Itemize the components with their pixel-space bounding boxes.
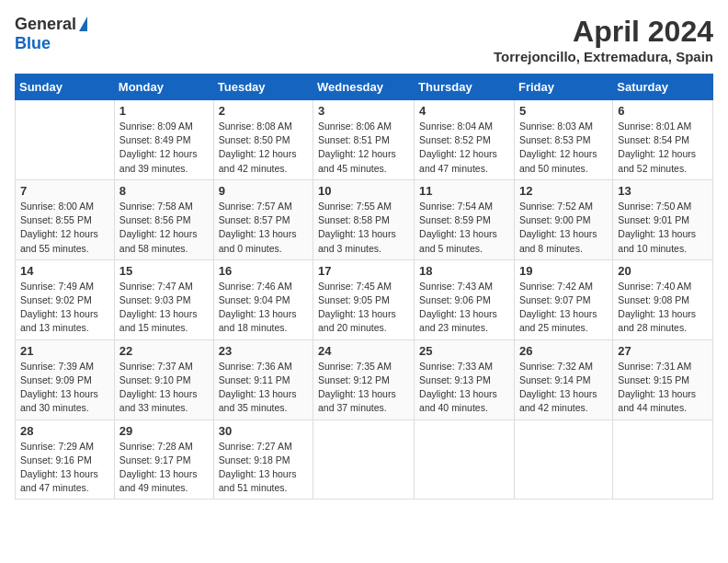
location-title: Torrejoncillo, Extremadura, Spain	[494, 49, 713, 64]
day-info: Sunrise: 7:50 AMSunset: 9:01 PMDaylight:…	[618, 200, 708, 256]
day-header-monday: Monday	[114, 75, 213, 100]
calendar-cell-w0d6: 6Sunrise: 8:01 AMSunset: 8:54 PMDaylight…	[613, 100, 713, 180]
day-number: 25	[419, 344, 509, 358]
calendar-week-row-4: 28Sunrise: 7:29 AMSunset: 9:16 PMDayligh…	[16, 419, 713, 500]
month-title: April 2024	[494, 15, 713, 49]
day-info: Sunrise: 8:01 AMSunset: 8:54 PMDaylight:…	[618, 120, 708, 176]
day-number: 11	[419, 184, 509, 198]
calendar-cell-w0d0	[16, 100, 115, 180]
calendar-cell-w1d4: 11Sunrise: 7:54 AMSunset: 8:59 PMDayligh…	[415, 179, 515, 259]
day-number: 2	[219, 104, 308, 118]
calendar-cell-w1d0: 7Sunrise: 8:00 AMSunset: 8:55 PMDaylight…	[16, 179, 115, 259]
day-header-saturday: Saturday	[613, 75, 713, 100]
day-info: Sunrise: 7:47 AMSunset: 9:03 PMDaylight:…	[119, 280, 209, 336]
day-info: Sunrise: 8:08 AMSunset: 8:50 PMDaylight:…	[219, 120, 308, 176]
calendar-cell-w0d5: 5Sunrise: 8:03 AMSunset: 8:53 PMDaylight…	[514, 100, 612, 180]
day-number: 21	[20, 344, 109, 358]
day-info: Sunrise: 7:29 AMSunset: 9:16 PMDaylight:…	[20, 440, 109, 496]
logo-general-text: General	[15, 15, 76, 34]
calendar-cell-w4d3	[313, 419, 415, 500]
day-number: 4	[419, 104, 509, 118]
day-header-sunday: Sunday	[16, 75, 115, 100]
day-number: 18	[419, 264, 509, 278]
calendar-week-row-3: 21Sunrise: 7:39 AMSunset: 9:09 PMDayligh…	[16, 339, 713, 419]
day-header-thursday: Thursday	[415, 75, 515, 100]
calendar-cell-w3d5: 26Sunrise: 7:32 AMSunset: 9:14 PMDayligh…	[514, 339, 612, 419]
day-info: Sunrise: 7:31 AMSunset: 9:15 PMDaylight:…	[618, 360, 708, 416]
day-number: 26	[519, 344, 608, 358]
day-number: 12	[519, 184, 608, 198]
day-info: Sunrise: 7:49 AMSunset: 9:02 PMDaylight:…	[20, 280, 109, 336]
day-info: Sunrise: 7:37 AMSunset: 9:10 PMDaylight:…	[119, 360, 209, 416]
day-info: Sunrise: 7:54 AMSunset: 8:59 PMDaylight:…	[419, 200, 509, 256]
day-info: Sunrise: 7:42 AMSunset: 9:07 PMDaylight:…	[519, 280, 608, 336]
day-number: 29	[119, 424, 209, 438]
day-info: Sunrise: 7:46 AMSunset: 9:04 PMDaylight:…	[219, 280, 308, 336]
logo: General Blue	[15, 15, 87, 53]
day-info: Sunrise: 7:45 AMSunset: 9:05 PMDaylight:…	[318, 280, 409, 336]
day-number: 27	[618, 344, 708, 358]
calendar-cell-w3d6: 27Sunrise: 7:31 AMSunset: 9:15 PMDayligh…	[613, 339, 713, 419]
day-info: Sunrise: 7:40 AMSunset: 9:08 PMDaylight:…	[618, 280, 708, 336]
day-number: 7	[20, 184, 109, 198]
calendar-cell-w4d4	[415, 419, 515, 500]
day-header-friday: Friday	[514, 75, 612, 100]
day-header-wednesday: Wednesday	[313, 75, 415, 100]
day-number: 30	[219, 424, 308, 438]
calendar-cell-w4d1: 29Sunrise: 7:28 AMSunset: 9:17 PMDayligh…	[114, 419, 213, 500]
day-info: Sunrise: 8:03 AMSunset: 8:53 PMDaylight:…	[519, 120, 608, 176]
day-number: 17	[318, 264, 409, 278]
day-number: 5	[519, 104, 608, 118]
calendar-cell-w4d5	[514, 419, 612, 500]
calendar-table: SundayMondayTuesdayWednesdayThursdayFrid…	[15, 74, 713, 500]
calendar-header-row: SundayMondayTuesdayWednesdayThursdayFrid…	[16, 75, 713, 100]
day-info: Sunrise: 7:43 AMSunset: 9:06 PMDaylight:…	[419, 280, 509, 336]
day-number: 3	[318, 104, 409, 118]
day-info: Sunrise: 8:09 AMSunset: 8:49 PMDaylight:…	[119, 120, 209, 176]
calendar-cell-w0d1: 1Sunrise: 8:09 AMSunset: 8:49 PMDaylight…	[114, 100, 213, 180]
day-info: Sunrise: 7:32 AMSunset: 9:14 PMDaylight:…	[519, 360, 608, 416]
day-info: Sunrise: 7:57 AMSunset: 8:57 PMDaylight:…	[219, 200, 308, 256]
calendar-cell-w2d0: 14Sunrise: 7:49 AMSunset: 9:02 PMDayligh…	[16, 259, 115, 339]
day-number: 8	[119, 184, 209, 198]
calendar-cell-w3d2: 23Sunrise: 7:36 AMSunset: 9:11 PMDayligh…	[213, 339, 313, 419]
calendar-week-row-1: 7Sunrise: 8:00 AMSunset: 8:55 PMDaylight…	[16, 179, 713, 259]
day-number: 16	[219, 264, 308, 278]
calendar-cell-w1d5: 12Sunrise: 7:52 AMSunset: 9:00 PMDayligh…	[514, 179, 612, 259]
title-area: April 2024 Torrejoncillo, Extremadura, S…	[494, 15, 713, 64]
day-header-tuesday: Tuesday	[213, 75, 313, 100]
calendar-cell-w2d5: 19Sunrise: 7:42 AMSunset: 9:07 PMDayligh…	[514, 259, 612, 339]
day-info: Sunrise: 8:04 AMSunset: 8:52 PMDaylight:…	[419, 120, 509, 176]
logo-blue-text: Blue	[15, 34, 51, 53]
day-info: Sunrise: 7:33 AMSunset: 9:13 PMDaylight:…	[419, 360, 509, 416]
day-info: Sunrise: 8:06 AMSunset: 8:51 PMDaylight:…	[318, 120, 409, 176]
calendar-cell-w3d0: 21Sunrise: 7:39 AMSunset: 9:09 PMDayligh…	[16, 339, 115, 419]
day-number: 10	[318, 184, 409, 198]
day-number: 6	[618, 104, 708, 118]
day-number: 19	[519, 264, 608, 278]
day-number: 24	[318, 344, 409, 358]
day-number: 23	[219, 344, 308, 358]
day-info: Sunrise: 7:27 AMSunset: 9:18 PMDaylight:…	[219, 440, 308, 496]
calendar-week-row-2: 14Sunrise: 7:49 AMSunset: 9:02 PMDayligh…	[16, 259, 713, 339]
day-number: 20	[618, 264, 708, 278]
calendar-cell-w0d2: 2Sunrise: 8:08 AMSunset: 8:50 PMDaylight…	[213, 100, 313, 180]
calendar-week-row-0: 1Sunrise: 8:09 AMSunset: 8:49 PMDaylight…	[16, 100, 713, 180]
calendar-cell-w0d4: 4Sunrise: 8:04 AMSunset: 8:52 PMDaylight…	[415, 100, 515, 180]
calendar-cell-w3d1: 22Sunrise: 7:37 AMSunset: 9:10 PMDayligh…	[114, 339, 213, 419]
calendar-cell-w4d0: 28Sunrise: 7:29 AMSunset: 9:16 PMDayligh…	[16, 419, 115, 500]
logo-triangle-icon	[79, 17, 87, 31]
calendar-cell-w1d3: 10Sunrise: 7:55 AMSunset: 8:58 PMDayligh…	[313, 179, 415, 259]
calendar-cell-w2d6: 20Sunrise: 7:40 AMSunset: 9:08 PMDayligh…	[613, 259, 713, 339]
calendar-cell-w4d2: 30Sunrise: 7:27 AMSunset: 9:18 PMDayligh…	[213, 419, 313, 500]
day-info: Sunrise: 7:39 AMSunset: 9:09 PMDaylight:…	[20, 360, 109, 416]
calendar-cell-w2d4: 18Sunrise: 7:43 AMSunset: 9:06 PMDayligh…	[415, 259, 515, 339]
day-number: 22	[119, 344, 209, 358]
calendar-cell-w1d6: 13Sunrise: 7:50 AMSunset: 9:01 PMDayligh…	[613, 179, 713, 259]
calendar-cell-w2d1: 15Sunrise: 7:47 AMSunset: 9:03 PMDayligh…	[114, 259, 213, 339]
header: General Blue April 2024 Torrejoncillo, E…	[15, 15, 713, 64]
day-info: Sunrise: 7:35 AMSunset: 9:12 PMDaylight:…	[318, 360, 409, 416]
calendar-cell-w4d6	[613, 419, 713, 500]
day-info: Sunrise: 7:58 AMSunset: 8:56 PMDaylight:…	[119, 200, 209, 256]
calendar-cell-w0d3: 3Sunrise: 8:06 AMSunset: 8:51 PMDaylight…	[313, 100, 415, 180]
